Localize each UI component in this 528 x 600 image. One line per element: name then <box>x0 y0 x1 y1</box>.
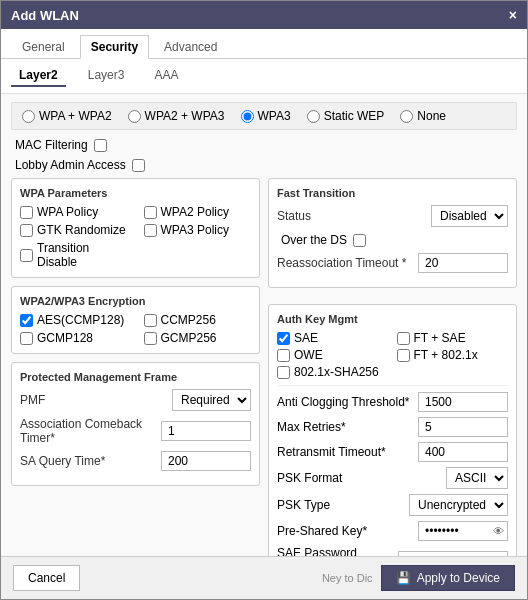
retransmit-input[interactable] <box>418 442 508 462</box>
8021x-sha256-checkbox[interactable] <box>277 366 290 379</box>
gcmp128-label: GCMP128 <box>37 331 93 345</box>
lobby-admin-row: Lobby Admin Access <box>11 158 517 172</box>
gtk-randomize-checkbox[interactable] <box>20 224 33 237</box>
gtk-randomize-label: GTK Randomize <box>37 223 126 237</box>
aes-ccmp128-checkbox[interactable] <box>20 314 33 327</box>
auth-key-mgmt-title: Auth Key Mgmt <box>277 313 508 325</box>
anti-clog-label: Anti Clogging Threshold* <box>277 395 410 409</box>
tab-security[interactable]: Security <box>80 35 149 59</box>
radio-label-wpa-wpa2: WPA + WPA2 <box>39 109 112 123</box>
main-two-col: WPA Parameters WPA Policy WPA2 Policy <box>11 178 517 556</box>
aes-ccmp128-item: AES(CCMP128) <box>20 313 128 327</box>
gcmp256-item: GCMP256 <box>144 331 252 345</box>
apply-button[interactable]: 💾 Apply to Device <box>381 565 515 591</box>
sa-query-field-row: SA Query Time* <box>20 451 251 471</box>
pmf-box: Protected Management Frame PMF Required … <box>11 362 260 486</box>
nav-hint: Ney to Dic <box>322 572 373 584</box>
pmf-select[interactable]: Required Optional Disabled <box>172 389 251 411</box>
radio-wpa2-wpa3[interactable]: WPA2 + WPA3 <box>128 109 225 123</box>
sub-tab-aaa[interactable]: AAA <box>146 65 186 87</box>
wpa2-policy-checkbox[interactable] <box>144 206 157 219</box>
over-ds-row: Over the DS <box>277 233 508 247</box>
radio-input-wpa3[interactable] <box>241 110 254 123</box>
radio-input-wpa2-wpa3[interactable] <box>128 110 141 123</box>
reassoc-input[interactable] <box>418 253 508 273</box>
gcmp256-label: GCMP256 <box>161 331 217 345</box>
wpa-policy-label: WPA Policy <box>37 205 98 219</box>
sae-checkbox[interactable] <box>277 332 290 345</box>
radio-wpa3[interactable]: WPA3 <box>241 109 291 123</box>
radio-input-none[interactable] <box>400 110 413 123</box>
ft-status-select[interactable]: Disabled Enabled <box>431 205 508 227</box>
ccmp256-checkbox[interactable] <box>144 314 157 327</box>
ft-8021x-label: FT + 802.1x <box>414 348 478 362</box>
close-button[interactable]: × <box>509 7 517 23</box>
max-retries-input[interactable] <box>418 417 508 437</box>
retransmit-row: Retransmit Timeout* <box>277 442 508 462</box>
sub-tab-layer3[interactable]: Layer3 <box>80 65 133 87</box>
over-ds-label: Over the DS <box>281 233 347 247</box>
assoc-label: Association Comeback Timer* <box>20 417 161 445</box>
assoc-input[interactable] <box>161 421 251 441</box>
eye-icon[interactable]: 👁 <box>493 525 504 537</box>
auth-key-mgmt-box: Auth Key Mgmt SAE FT + SAE OWE <box>268 304 517 556</box>
wpa2-policy-item: WPA2 Policy <box>144 205 252 219</box>
tab-general[interactable]: General <box>11 35 76 58</box>
lobby-admin-checkbox[interactable] <box>132 159 145 172</box>
password-wrap: 👁 <box>418 521 508 541</box>
main-tabs: General Security Advanced <box>1 29 527 59</box>
mac-filtering-label: MAC Filtering <box>15 138 88 152</box>
psk-format-select[interactable]: ASCII HEX <box>446 467 508 489</box>
radio-wpa-wpa2[interactable]: WPA + WPA2 <box>22 109 112 123</box>
pmf-title: Protected Management Frame <box>20 371 251 383</box>
wpa3-policy-checkbox[interactable] <box>144 224 157 237</box>
transition-disable-label: Transition Disable <box>37 241 128 269</box>
wpa-encryption-box: WPA2/WPA3 Encryption AES(CCMP128) CCMP25… <box>11 286 260 354</box>
cancel-button[interactable]: Cancel <box>13 565 80 591</box>
psk-type-label: PSK Type <box>277 498 330 512</box>
ft-sae-item: FT + SAE <box>397 331 509 345</box>
title-bar: Add WLAN × <box>1 1 527 29</box>
gtk-randomize-item: GTK Randomize <box>20 223 128 237</box>
gcmp128-checkbox[interactable] <box>20 332 33 345</box>
pre-shared-key-row: Pre-Shared Key* 👁 <box>277 521 508 541</box>
sae-item: SAE <box>277 331 389 345</box>
psk-type-select[interactable]: Unencrypted Encrypted <box>409 494 508 516</box>
wpa3-policy-item: WPA3 Policy <box>144 223 252 237</box>
sae-label: SAE <box>294 331 318 345</box>
radio-none[interactable]: None <box>400 109 446 123</box>
retransmit-label: Retransmit Timeout* <box>277 445 386 459</box>
ft-8021x-checkbox[interactable] <box>397 349 410 362</box>
8021x-sha256-label: 802.1x-SHA256 <box>294 365 379 379</box>
owe-label: OWE <box>294 348 323 362</box>
transition-disable-checkbox[interactable] <box>20 249 33 262</box>
enc-grid: AES(CCMP128) CCMP256 GCMP128 GCMP25 <box>20 313 251 345</box>
radio-static-wep[interactable]: Static WEP <box>307 109 385 123</box>
gcmp128-item: GCMP128 <box>20 331 128 345</box>
owe-item: OWE <box>277 348 389 362</box>
over-ds-checkbox[interactable] <box>353 234 366 247</box>
ft-sae-label: FT + SAE <box>414 331 466 345</box>
sub-tab-layer2[interactable]: Layer2 <box>11 65 66 87</box>
radio-input-static-wep[interactable] <box>307 110 320 123</box>
mac-filtering-checkbox[interactable] <box>94 139 107 152</box>
sa-input[interactable] <box>161 451 251 471</box>
ft-sae-checkbox[interactable] <box>397 332 410 345</box>
wpa3-policy-label: WPA3 Policy <box>161 223 229 237</box>
radio-input-wpa-wpa2[interactable] <box>22 110 35 123</box>
anti-clog-row: Anti Clogging Threshold* <box>277 392 508 412</box>
wpa-policy-item: WPA Policy <box>20 205 128 219</box>
owe-checkbox[interactable] <box>277 349 290 362</box>
max-retries-label: Max Retries* <box>277 420 346 434</box>
anti-clog-input[interactable] <box>418 392 508 412</box>
gcmp256-checkbox[interactable] <box>144 332 157 345</box>
tab-advanced[interactable]: Advanced <box>153 35 228 58</box>
ft-status-row: Status Disabled Enabled <box>277 205 508 227</box>
psk-format-label: PSK Format <box>277 471 342 485</box>
left-col: WPA Parameters WPA Policy WPA2 Policy <box>11 178 260 556</box>
max-retries-row: Max Retries* <box>277 417 508 437</box>
ccmp256-item: CCMP256 <box>144 313 252 327</box>
psk-format-row: PSK Format ASCII HEX <box>277 467 508 489</box>
wpa-params-title: WPA Parameters <box>20 187 251 199</box>
wpa-policy-checkbox[interactable] <box>20 206 33 219</box>
